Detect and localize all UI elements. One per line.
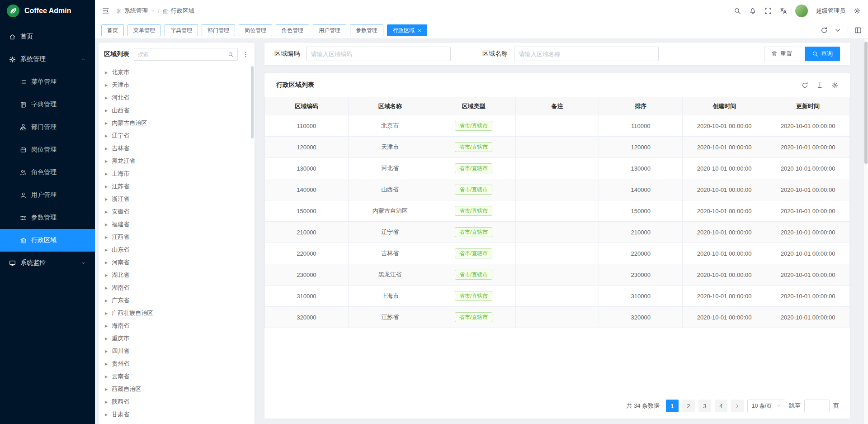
more-options-icon[interactable] bbox=[242, 51, 249, 58]
tree-item[interactable]: ▶ 青海省 bbox=[99, 421, 255, 424]
menu-collapse-icon[interactable] bbox=[102, 7, 109, 14]
sidebar-item-role[interactable]: 角色管理 bbox=[0, 161, 95, 184]
caret-right-icon[interactable]: ▶ bbox=[105, 210, 108, 214]
caret-right-icon[interactable]: ▶ bbox=[105, 71, 108, 75]
translate-icon[interactable] bbox=[780, 7, 787, 14]
tree-item[interactable]: ▶ 内蒙古自治区 bbox=[99, 117, 255, 129]
name-input[interactable] bbox=[514, 47, 659, 61]
sidebar-item-dept[interactable]: 部门管理 bbox=[0, 116, 95, 138]
caret-right-icon[interactable]: ▶ bbox=[105, 273, 108, 277]
search-button[interactable]: 查询 bbox=[805, 47, 840, 61]
caret-right-icon[interactable]: ▶ bbox=[105, 261, 108, 265]
tab-dict[interactable]: 字典管理 bbox=[165, 24, 198, 36]
user-name[interactable]: 超级管理员 bbox=[816, 7, 845, 15]
table-row[interactable]: 110000 北京市 省市/直辖市 110000 2020-10-01 00:0… bbox=[265, 115, 850, 137]
region-search-input[interactable] bbox=[138, 51, 225, 57]
reset-button[interactable]: 重置 bbox=[764, 47, 799, 61]
tree-item[interactable]: ▶ 陕西省 bbox=[99, 395, 255, 408]
tab-dept[interactable]: 部门管理 bbox=[202, 24, 235, 36]
tree-item[interactable]: ▶ 山东省 bbox=[99, 243, 255, 256]
caret-right-icon[interactable]: ▶ bbox=[105, 96, 108, 100]
sidebar-item-menu[interactable]: 菜单管理 bbox=[0, 71, 95, 93]
tree-scrollbar[interactable] bbox=[251, 66, 254, 138]
caret-right-icon[interactable]: ▶ bbox=[105, 362, 108, 366]
tree-item[interactable]: ▶ 河北省 bbox=[99, 91, 255, 104]
tree-item[interactable]: ▶ 福建省 bbox=[99, 218, 255, 231]
tree-item[interactable]: ▶ 安徽省 bbox=[99, 205, 255, 218]
tree-item[interactable]: ▶ 广东省 bbox=[99, 294, 255, 307]
caret-right-icon[interactable]: ▶ bbox=[105, 400, 108, 404]
search-icon[interactable] bbox=[228, 52, 234, 57]
table-row[interactable]: 120000 天津市 省市/直辖市 120000 2020-10-01 00:0… bbox=[265, 137, 850, 158]
page-size-select[interactable]: 10 条/页 bbox=[747, 400, 785, 412]
sidebar-item-param[interactable]: 参数管理 bbox=[0, 206, 95, 229]
tree-item[interactable]: ▶ 浙江省 bbox=[99, 193, 255, 205]
caret-right-icon[interactable]: ▶ bbox=[105, 375, 108, 379]
tab-role[interactable]: 角色管理 bbox=[276, 24, 309, 36]
table-row[interactable]: 130000 河北省 省市/直辖市 130000 2020-10-01 00:0… bbox=[265, 158, 850, 179]
caret-right-icon[interactable]: ▶ bbox=[105, 235, 108, 239]
tree-item[interactable]: ▶ 天津市 bbox=[99, 79, 255, 91]
table-row[interactable]: 220000 吉林省 省市/直辖市 220000 2020-10-01 00:0… bbox=[265, 243, 850, 264]
tab-close-icon[interactable]: × bbox=[418, 28, 421, 33]
table-row[interactable]: 140000 山西省 省市/直辖市 140000 2020-10-01 00:0… bbox=[265, 179, 850, 200]
caret-right-icon[interactable]: ▶ bbox=[105, 159, 108, 163]
sidebar-item-region[interactable]: 行政区域 bbox=[0, 229, 95, 252]
caret-right-icon[interactable]: ▶ bbox=[105, 413, 108, 417]
row-height-icon[interactable] bbox=[816, 82, 823, 89]
table-row[interactable]: 230000 黑龙江省 省市/直辖市 230000 2020-10-01 00:… bbox=[265, 264, 850, 286]
tree-item[interactable]: ▶ 河南省 bbox=[99, 256, 255, 269]
table-row[interactable]: 150000 内蒙古自治区 省市/直辖市 150000 2020-10-01 0… bbox=[265, 200, 850, 222]
tab-user[interactable]: 用户管理 bbox=[313, 24, 346, 36]
caret-right-icon[interactable]: ▶ bbox=[105, 121, 108, 125]
tree-item[interactable]: ▶ 西藏自治区 bbox=[99, 383, 255, 395]
tree-item[interactable]: ▶ 湖南省 bbox=[99, 281, 255, 294]
sidebar-item-post[interactable]: 岗位管理 bbox=[0, 138, 95, 161]
tree-item[interactable]: ▶ 山西省 bbox=[99, 104, 255, 117]
settings-gear-icon[interactable] bbox=[854, 7, 861, 14]
caret-right-icon[interactable]: ▶ bbox=[105, 311, 108, 315]
tree-item[interactable]: ▶ 北京市 bbox=[99, 66, 255, 79]
sidebar-section-system[interactable]: 系统管理 bbox=[0, 48, 95, 71]
tree-item[interactable]: ▶ 上海市 bbox=[99, 167, 255, 180]
page-button[interactable]: 4 bbox=[715, 400, 727, 412]
page-button[interactable]: 2 bbox=[682, 400, 695, 412]
sidebar-item-user[interactable]: 用户管理 bbox=[0, 184, 95, 206]
page-button[interactable]: 1 bbox=[666, 400, 679, 412]
caret-right-icon[interactable]: ▶ bbox=[105, 134, 108, 138]
sidebar-section-monitor[interactable]: 系统监控 bbox=[0, 252, 95, 274]
tree-item[interactable]: ▶ 四川省 bbox=[99, 345, 255, 357]
tree-item[interactable]: ▶ 海南省 bbox=[99, 319, 255, 332]
caret-right-icon[interactable]: ▶ bbox=[105, 299, 108, 303]
tree-item[interactable]: ▶ 江西省 bbox=[99, 231, 255, 243]
tree-item[interactable]: ▶ 辽宁省 bbox=[99, 129, 255, 142]
caret-right-icon[interactable]: ▶ bbox=[105, 286, 108, 290]
caret-right-icon[interactable]: ▶ bbox=[105, 172, 108, 176]
caret-right-icon[interactable]: ▶ bbox=[105, 387, 108, 391]
layout-panel-icon[interactable] bbox=[854, 27, 862, 34]
tab-menu[interactable]: 菜单管理 bbox=[127, 24, 161, 36]
next-page-button[interactable] bbox=[731, 400, 744, 412]
chevron-down-icon[interactable] bbox=[834, 27, 841, 34]
tree-item[interactable]: ▶ 黑龙江省 bbox=[99, 155, 255, 167]
breadcrumb-section[interactable]: 系统管理 bbox=[124, 7, 148, 15]
tree-item[interactable]: ▶ 江苏省 bbox=[99, 180, 255, 193]
page-button[interactable]: 3 bbox=[698, 400, 711, 412]
tab-home[interactable]: 首页 bbox=[101, 24, 124, 36]
fullscreen-icon[interactable] bbox=[764, 7, 772, 14]
tab-region[interactable]: 行政区域 × bbox=[387, 24, 427, 36]
sidebar-item-home[interactable]: 首页 bbox=[0, 25, 95, 48]
caret-right-icon[interactable]: ▶ bbox=[105, 197, 108, 201]
avatar[interactable] bbox=[795, 5, 808, 17]
notification-bell-icon[interactable] bbox=[749, 7, 756, 14]
tree-item[interactable]: ▶ 贵州省 bbox=[99, 357, 255, 370]
column-settings-gear-icon[interactable] bbox=[831, 82, 838, 89]
caret-right-icon[interactable]: ▶ bbox=[105, 185, 108, 189]
tree-item[interactable]: ▶ 湖北省 bbox=[99, 269, 255, 281]
window-scrollbar[interactable] bbox=[863, 39, 868, 424]
tab-param[interactable]: 参数管理 bbox=[350, 24, 383, 36]
tree-item[interactable]: ▶ 重庆市 bbox=[99, 332, 255, 345]
refresh-icon[interactable] bbox=[821, 27, 828, 34]
caret-right-icon[interactable]: ▶ bbox=[105, 324, 108, 328]
table-row[interactable]: 320000 江苏省 省市/直辖市 320000 2020-10-01 00:0… bbox=[265, 307, 850, 328]
